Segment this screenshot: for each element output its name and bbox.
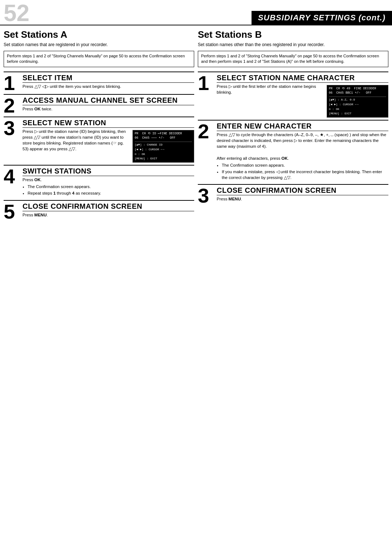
left-prereq-box: Perform steps 1 and 2 of "Storing Channe…: [4, 51, 194, 67]
left-step-1: 1 SELECT ITEM Press △▽ ◁▷ until the item…: [4, 72, 194, 93]
left-column: Set Stations A Set station names that ar…: [4, 29, 194, 222]
right-step-2-text: Press △▽ to cycle through the characters…: [217, 132, 388, 180]
header-title-area: SUBSIDIARY SETTINGS (cont.): [33, 0, 392, 25]
right-step-1-content: SELECT STATION NAME CHARACTER Press ▷ un…: [215, 72, 388, 119]
right-column: Set Stations B Set station names other t…: [198, 29, 388, 222]
left-step-1-number: 1: [4, 72, 21, 93]
right-step-3-number: 3: [198, 185, 215, 206]
left-step-1-heading: SELECT ITEM: [23, 74, 194, 83]
right-step-3: 3 CLOSE CONFIRMATION SCREEN Press MENU.: [198, 184, 388, 206]
right-screen-row-1-text: PR CH ⟲ 49 FINE DECODER: [329, 86, 376, 91]
left-steps: 1 SELECT ITEM Press △▽ ◁▷ until the item…: [4, 71, 194, 222]
right-step-2-bullet-1: The Confirmation screen appears.: [222, 162, 388, 168]
left-step-4-number: 4: [4, 166, 21, 187]
right-step-2-heading: ENTER NEW CHARACTER: [217, 122, 388, 131]
right-section-title: Set Stations B: [198, 29, 388, 40]
left-step-4-content: SWITCH STATIONS Press OK. The Confirmati…: [21, 166, 194, 199]
left-step-5-text: Press MENU.: [23, 212, 194, 218]
right-step-3-text: Press MENU.: [217, 196, 388, 202]
left-step-4-bullet-2: Repeat steps 1 through 4 as necessary.: [28, 190, 194, 196]
left-step-3-text-block: Press ▷ until the station name (ID) begi…: [23, 129, 130, 153]
left-step-4-bullet-1: The Confirmation screen appears.: [28, 184, 194, 190]
right-step-1-combined: Press ▷ until the first letter of the st…: [217, 83, 388, 118]
left-step-2-heading: ACCESS MANUAL CHANNEL SET SCREEN: [23, 96, 194, 105]
right-step-2-content: ENTER NEW CHARACTER Press △▽ to cycle th…: [215, 121, 388, 183]
right-screen-row-1: PR CH ⟲ 49 FINE DECODER: [329, 86, 386, 91]
screen-row-2: 06 CH45 ——— +/– OFF: [135, 136, 192, 140]
left-step-5: 5 CLOSE CONFIRMATION SCREEN Press MENU.: [4, 200, 194, 222]
left-step-4: 4 SWITCH STATIONS Press OK. The Confirma…: [4, 165, 194, 199]
screen-row-1: PR CH ⟲ ID ⟵FINE DECODER: [135, 131, 192, 136]
screen-row-2-text: 06 CH45 ——— +/– OFF: [135, 136, 175, 140]
left-step-3-screen-area: PR CH ⟲ ID ⟵FINE DECODER 06 CH45 ——— +/–…: [132, 129, 194, 163]
right-step-1-screen: PR CH ⟲ 49 FINE DECODER 06 CH45 BBC1 +/–…: [327, 85, 388, 118]
screen-row-1-text: PR CH ⟲ ID ⟵FINE DECODER: [135, 131, 182, 136]
left-section-desc: Set station names that are registered in…: [4, 42, 194, 48]
right-step-1-text: Press ▷ until the first letter of the st…: [217, 83, 324, 95]
left-step-3-number: 3: [4, 117, 21, 138]
left-step-3-content: SELECT NEW STATION Press ▷ until the sta…: [21, 117, 194, 164]
right-step-1-number: 1: [198, 72, 215, 93]
right-screen-row-2-text: 06 CH45 BBC1 +/– OFF: [329, 91, 371, 95]
left-step-2-text: Press OK twice.: [23, 106, 194, 112]
left-step-1-text: Press △▽ ◁▷ until the item you want begi…: [23, 83, 194, 89]
left-step-4-text: Press OK. The Confirmation screen appear…: [23, 177, 194, 196]
screen-key-labels: [▲▼] : CHANGE ID [◄ ►] : CURSOR ←→ ⊙ : O…: [135, 142, 192, 161]
left-step-2-content: ACCESS MANUAL CHANNEL SET SCREEN Press O…: [21, 95, 194, 115]
left-step-3-combined: Press ▷ until the station name (ID) begi…: [23, 129, 194, 163]
right-step-2-number: 2: [198, 121, 215, 142]
right-step-1-text-block: Press ▷ until the first letter of the st…: [217, 83, 324, 97]
right-screen-key-labels: [▲▼] : A-Z, 0-9 [◄ ►] : CURSOR ←→ ⊙ : OK…: [329, 97, 386, 116]
right-step-3-heading: CLOSE CONFIRMATION SCREEN: [217, 186, 388, 195]
right-step-3-content: CLOSE CONFIRMATION SCREEN Press MENU.: [215, 185, 388, 205]
right-screen-row-2: 06 CH45 BBC1 +/– OFF: [329, 91, 386, 95]
right-steps: 1 SELECT STATION NAME CHARACTER Press ▷ …: [198, 71, 388, 206]
page-number: 52: [4, 0, 33, 25]
left-step-5-heading: CLOSE CONFIRMATION SCREEN: [23, 202, 194, 211]
header-title: SUBSIDIARY SETTINGS (cont.): [252, 11, 392, 25]
right-step-1-heading: SELECT STATION NAME CHARACTER: [217, 74, 388, 83]
left-step-2: 2 ACCESS MANUAL CHANNEL SET SCREEN Press…: [4, 94, 194, 116]
main-content: Set Stations A Set station names that ar…: [0, 25, 392, 225]
left-step-1-content: SELECT ITEM Press △▽ ◁▷ until the item y…: [21, 72, 194, 92]
left-step-3-heading: SELECT NEW STATION: [23, 119, 194, 128]
left-step-3-text: Press ▷ until the station name (ID) begi…: [23, 129, 130, 152]
left-step-5-content: CLOSE CONFIRMATION SCREEN Press MENU.: [21, 201, 194, 221]
right-prereq-box: Perform steps 1 and 2 of "Storing Channe…: [198, 51, 388, 67]
left-step-2-number: 2: [4, 95, 21, 116]
right-step-1: 1 SELECT STATION NAME CHARACTER Press ▷ …: [198, 72, 388, 119]
left-step-3-screen: PR CH ⟲ ID ⟵FINE DECODER 06 CH45 ——— +/–…: [132, 130, 194, 163]
right-section-desc: Set station names other than the ones re…: [198, 42, 388, 48]
right-step-1-screen-area: PR CH ⟲ 49 FINE DECODER 06 CH45 BBC1 +/–…: [327, 83, 388, 118]
left-step-4-heading: SWITCH STATIONS: [23, 167, 194, 176]
right-step-2-bullet-2: If you make a mistake, press ◁ until the…: [222, 169, 388, 180]
page-header: 52 SUBSIDIARY SETTINGS (cont.): [0, 0, 392, 25]
left-step-5-number: 5: [4, 201, 21, 222]
left-step-3: 3 SELECT NEW STATION Press ▷ until the s…: [4, 117, 194, 164]
left-section-title: Set Stations A: [4, 29, 194, 40]
right-step-2: 2 ENTER NEW CHARACTER Press △▽ to cycle …: [198, 120, 388, 183]
